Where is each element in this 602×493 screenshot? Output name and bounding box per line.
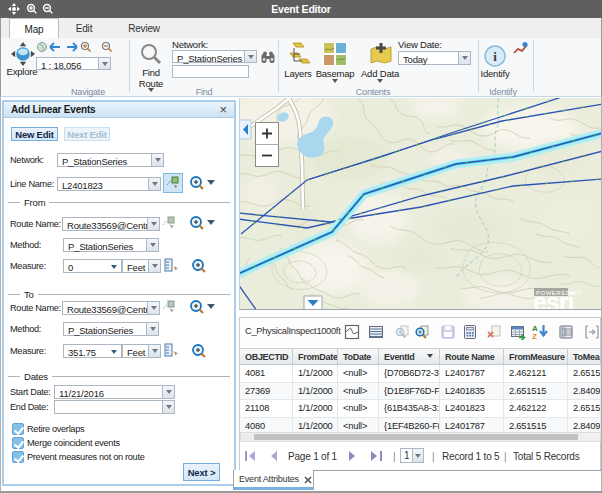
svg-text:esri: esri: [533, 288, 574, 309]
svg-text:i: i: [493, 49, 497, 64]
